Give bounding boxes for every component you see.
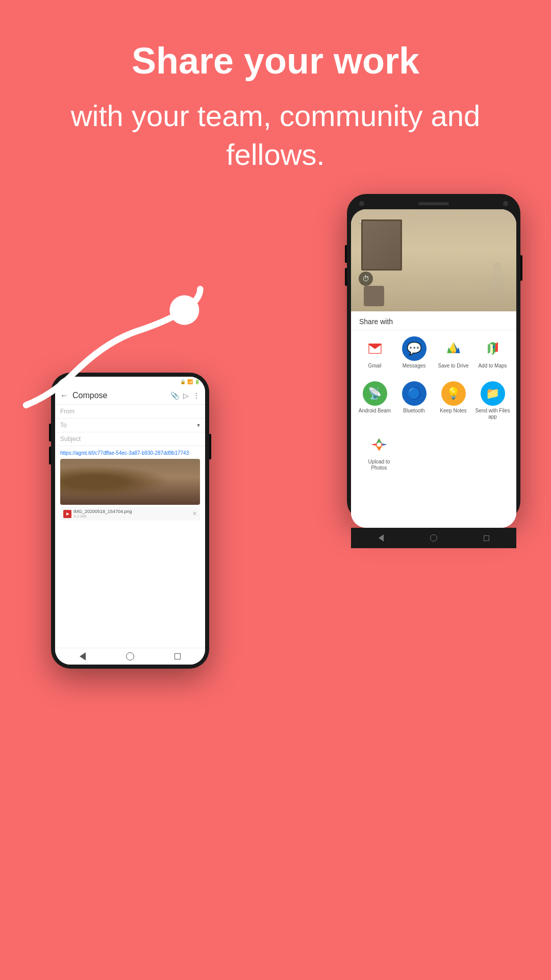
painting-frame [361,219,402,271]
nav-home-btn[interactable] [126,652,134,660]
photos-icon [367,432,391,457]
attachment-close-btn[interactable]: ✕ [192,510,197,517]
photo-area: ← ⏱ [351,209,516,311]
messages-icon: 💬 [402,336,427,361]
share-row-2: 📡 Android Beam 🔵 Bluetooth [351,375,516,426]
attachment-filename: IMG_20200518_154704.png 3.2 MB [73,509,132,519]
front-camera [359,201,364,206]
svg-rect-1 [368,344,369,353]
share-drive[interactable]: Save to Drive [436,336,471,369]
speaker [418,202,449,205]
share-notes[interactable]: 💡 Keep Notes [436,381,471,420]
svg-point-0 [169,296,199,325]
sensor [503,201,508,206]
main-title: Share your work [41,41,510,81]
maps-icon [481,336,505,361]
compose-body[interactable]: https://agmt.it/l/c77dffae-54ec-3a87-b93… [55,446,205,648]
share-sheet: Share with [351,311,516,528]
bluetooth-label: Bluetooth [403,408,424,414]
notes-label: Keep Notes [440,408,466,414]
right-nav-home[interactable] [430,534,437,542]
phone-right-nav-bar [351,528,516,548]
phone-left-nav-bar [55,648,205,665]
drive-icon [441,336,466,361]
gmail-label: Gmail [368,363,381,369]
files-icon: 📁 [481,381,505,406]
phone-right: ← ⏱ [347,194,520,521]
svg-point-8 [377,443,382,447]
share-messages[interactable]: 💬 Messages [396,336,432,369]
svg-rect-2 [381,344,381,353]
beam-label: Android Beam [359,408,391,414]
attachment-size: 3.2 MB [73,514,132,519]
maps-label: Add to Maps [478,363,507,369]
share-bluetooth[interactable]: 🔵 Bluetooth [396,381,432,420]
connector-illustration [10,245,316,449]
bluetooth-icon: 🔵 [402,381,427,406]
notes-icon: 💡 [441,381,466,406]
files-label: Send with Files app [475,408,511,420]
share-maps[interactable]: Add to Maps [475,336,511,369]
messages-label: Messages [403,363,426,369]
phones-container: 🔒 📶 🔋 ← Compose 📎 ▷ ⋮ From To [0,194,551,960]
right-nav-back[interactable] [379,534,384,542]
share-sheet-header: Share with [351,311,516,330]
right-nav-recent[interactable] [484,535,489,541]
share-gmail[interactable]: Gmail [357,336,393,369]
compose-link: https://agmt.it/l/c77dffae-54ec-3a87-b93… [60,450,200,456]
share-files[interactable]: 📁 Send with Files app [475,381,511,420]
share-row-3: Upload to Photos [351,426,516,477]
photos-label: Upload to Photos [361,459,397,471]
share-photos[interactable]: Upload to Photos [361,432,397,471]
subtitle: with your team, community and fellows. [41,96,510,174]
attachment-chip: ▶ IMG_20200518_154704.png 3.2 MB ✕ [60,507,200,521]
phone-right-screen: ← ⏱ [351,209,516,528]
drive-label: Save to Drive [438,363,468,369]
share-beam[interactable]: 📡 Android Beam [357,381,393,420]
gmail-icon [363,336,387,361]
share-row-1: Gmail 💬 Messages [351,330,516,375]
header: Share your work with your team, communit… [0,0,551,194]
attachment-type-icon: ▶ [63,510,71,518]
compose-image-preview [60,459,200,505]
nav-back-btn[interactable] [80,652,86,660]
nav-recent-btn[interactable] [174,653,181,659]
beam-icon: 📡 [363,381,387,406]
